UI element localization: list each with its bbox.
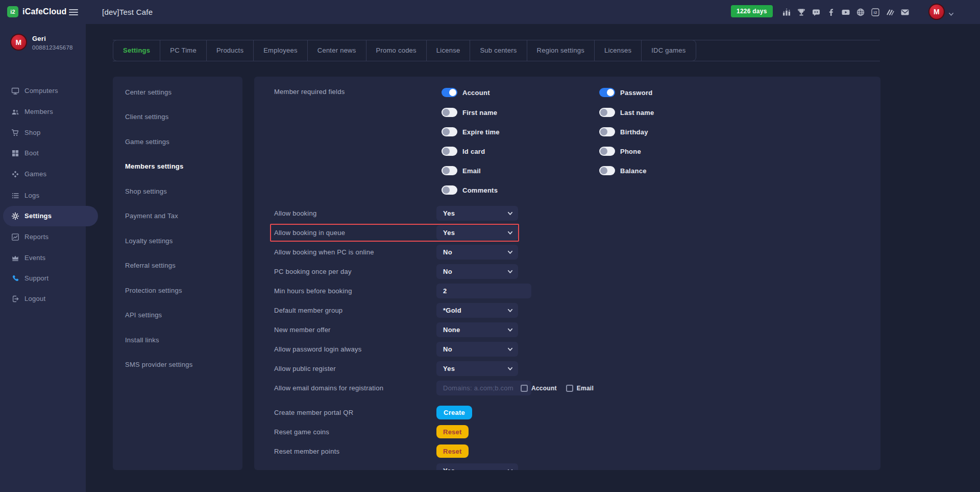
globe-icon[interactable] <box>856 8 865 17</box>
row-label-pc-booking-once-per-day: PC booking once per day <box>274 264 352 279</box>
tab-promo-codes[interactable]: Promo codes <box>366 40 426 61</box>
header-avatar[interactable]: M <box>928 4 945 20</box>
tab-center-news[interactable]: Center news <box>307 40 366 61</box>
tab-pc-time[interactable]: PC Time <box>160 40 206 61</box>
brand-name: iCafeCloud <box>22 7 66 16</box>
toggle-row-account: Account <box>442 88 490 97</box>
select-value: Yes <box>443 229 455 237</box>
checkbox-account[interactable]: Account <box>521 385 557 392</box>
button-reset-game-coins[interactable]: Reset <box>436 425 469 438</box>
logout-icon <box>11 295 19 303</box>
sidebar-item-support[interactable]: Support <box>0 268 86 289</box>
checkbox-email[interactable]: Email <box>566 385 594 392</box>
toggle-comments[interactable] <box>442 185 457 195</box>
settings-nav-center-settings[interactable]: Center settings <box>125 87 172 98</box>
settings-nav-api-settings[interactable]: API settings <box>125 310 162 320</box>
toggle-row-password: Password <box>599 88 652 97</box>
row-label-reset-member-points: Reset member points <box>274 444 339 459</box>
toggle-row-comments: Comments <box>442 185 498 195</box>
menu-toggle-icon[interactable] <box>69 8 78 17</box>
sidebar-item-events[interactable]: Events <box>0 248 86 268</box>
icafecloud-icon[interactable]: i2 <box>871 8 880 17</box>
cafe-title: [dev]Test Cafe <box>102 0 153 24</box>
tab-employees[interactable]: Employees <box>253 40 307 61</box>
sidebar: M Geri 008812345678 ComputersMembersShop… <box>0 24 86 492</box>
sidebar-item-games[interactable]: Games <box>0 164 86 184</box>
chevron-down-icon <box>507 228 513 238</box>
toggle-birthday[interactable] <box>599 127 615 136</box>
select-allow-booking-when-pc-is-online[interactable]: No <box>436 245 518 260</box>
settings-nav-shop-settings[interactable]: Shop settings <box>125 186 167 197</box>
select-clipped-row[interactable]: Yes <box>436 463 518 470</box>
sidebar-item-computers[interactable]: Computers <box>0 81 86 101</box>
sidebar-item-reports[interactable]: Reports <box>0 227 86 247</box>
chevron-down-icon <box>507 364 513 373</box>
toggle-last-name[interactable] <box>599 108 615 117</box>
sidebar-item-logout[interactable]: Logout <box>0 289 86 309</box>
discord-icon[interactable] <box>812 8 821 17</box>
trophy-icon[interactable] <box>797 8 806 17</box>
settings-nav-protection-settings[interactable]: Protection settings <box>125 286 182 296</box>
toggle-expire-time[interactable] <box>442 127 457 136</box>
select-value: Yes <box>443 467 455 470</box>
select-allow-booking-in-queue[interactable]: Yes <box>436 225 518 240</box>
settings-nav-referral-settings[interactable]: Referral settings <box>125 261 176 271</box>
toggle-account[interactable] <box>442 88 457 97</box>
chevron-down-icon <box>507 325 513 335</box>
toggle-password[interactable] <box>599 88 615 97</box>
user-avatar[interactable]: M <box>10 34 27 51</box>
toggle-first-name[interactable] <box>442 108 457 117</box>
tab-license[interactable]: License <box>426 40 470 61</box>
license-days-badge[interactable]: 1226 days <box>731 5 773 17</box>
sidebar-item-members[interactable]: Members <box>0 102 86 122</box>
toggle-email[interactable] <box>442 166 457 175</box>
button-reset-member-points[interactable]: Reset <box>436 444 469 458</box>
settings-nav-panel: Center settingsClient settingsGame setti… <box>113 77 242 470</box>
tab-products[interactable]: Products <box>206 40 253 61</box>
settings-nav-install-links[interactable]: Install links <box>125 335 159 345</box>
mail-icon[interactable] <box>900 8 910 17</box>
youtube-icon[interactable] <box>841 8 850 17</box>
sidebar-item-label: Shop <box>24 123 40 143</box>
settings-nav-loyalty-settings[interactable]: Loyalty settings <box>125 236 173 246</box>
settings-nav-client-settings[interactable]: Client settings <box>125 112 168 122</box>
settings-nav-game-settings[interactable]: Game settings <box>125 137 169 147</box>
sidebar-item-settings[interactable]: Settings <box>0 206 86 226</box>
sidebar-item-logs[interactable]: Logs <box>0 185 86 206</box>
row-label-allow-booking-in-queue: Allow booking in queue <box>274 225 345 240</box>
select-new-member-offer[interactable]: None <box>436 322 518 337</box>
input-min-hours-before-booking[interactable] <box>436 284 531 298</box>
chevron-down-icon[interactable] <box>948 10 954 19</box>
settings-nav-sms-provider-settings[interactable]: SMS provider settings <box>125 360 192 370</box>
toggle-label: Phone <box>620 148 641 155</box>
chevron-down-icon <box>507 209 513 218</box>
select-value: No <box>443 345 452 353</box>
tab-licenses[interactable]: Licenses <box>594 40 641 61</box>
sidebar-item-shop[interactable]: Shop <box>0 123 86 143</box>
settings-nav-payment-and-tax[interactable]: Payment and Tax <box>125 211 178 221</box>
select-allow-booking[interactable]: Yes <box>436 206 518 221</box>
sidebar-item-boot[interactable]: Boot <box>0 143 86 163</box>
shop-icon <box>11 129 19 137</box>
button-create-member-portal-qr[interactable]: Create <box>436 406 472 419</box>
toggle-phone[interactable] <box>599 147 615 156</box>
checkbox-label: Account <box>531 385 557 392</box>
input-allow-email-domains-for-registration[interactable] <box>436 381 531 395</box>
tab-settings[interactable]: Settings <box>113 40 160 61</box>
select-allow-password-login-always[interactable]: No <box>436 342 518 357</box>
ranking-icon[interactable] <box>782 8 791 17</box>
facebook-icon[interactable] <box>826 8 836 17</box>
toggle-balance[interactable] <box>599 166 615 175</box>
toggle-row-last-name: Last name <box>599 108 654 117</box>
tab-sub-centers[interactable]: Sub centers <box>470 40 526 61</box>
toggle-id-card[interactable] <box>442 147 457 156</box>
checkbox-label: Email <box>577 385 594 392</box>
tab-region-settings[interactable]: Region settings <box>527 40 594 61</box>
select-default-member-group[interactable]: *Gold <box>436 303 518 318</box>
tab-idc-games[interactable]: IDC games <box>641 40 695 61</box>
layers-icon[interactable] <box>886 8 895 17</box>
sidebar-item-label: Boot <box>24 143 39 163</box>
select-pc-booking-once-per-day[interactable]: No <box>436 264 518 279</box>
settings-nav-members-settings[interactable]: Members settings <box>125 161 184 172</box>
select-allow-public-register[interactable]: Yes <box>436 361 518 376</box>
